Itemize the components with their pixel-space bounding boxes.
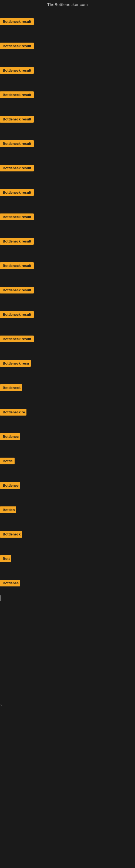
bottleneck-item-23: Bott	[0, 555, 11, 563]
bottleneck-badge-1: Bottleneck result	[0, 18, 34, 25]
bottleneck-badge-14: Bottleneck result	[0, 336, 34, 342]
bottleneck-badge-2: Bottleneck result	[0, 42, 34, 50]
bottleneck-item-21: Bottlen	[0, 506, 16, 514]
bottleneck-item-2: Bottleneck result	[0, 42, 34, 51]
bottleneck-item-16: Bottleneck	[0, 384, 22, 392]
bottleneck-badge-5: Bottleneck result	[0, 116, 34, 123]
bottleneck-item-15: Bottleneck resu	[0, 360, 31, 368]
bottleneck-item-11: Bottleneck result	[0, 262, 34, 270]
bottleneck-badge-21: Bottlen	[0, 506, 16, 513]
bottleneck-item-3: Bottleneck result	[0, 67, 34, 75]
site-header: TheBottlenecker.com	[0, 0, 135, 10]
bottleneck-item-9: Bottleneck result	[0, 214, 34, 221]
bottleneck-badge-7: Bottleneck result	[0, 165, 34, 172]
bottleneck-badge-24: Bottlenec	[0, 580, 20, 586]
bottleneck-badge-12: Bottleneck result	[0, 287, 34, 293]
bottleneck-item-12: Bottleneck result	[0, 287, 34, 294]
bottleneck-badge-13: Bottleneck result	[0, 311, 34, 318]
bottleneck-badge-20: Bottlenec	[0, 482, 20, 489]
bottleneck-badge-8: Bottleneck result	[0, 189, 34, 196]
bottleneck-badge-11: Bottleneck result	[0, 262, 34, 269]
bottleneck-item-5: Bottleneck result	[0, 116, 34, 124]
bottleneck-badge-15: Bottleneck resu	[0, 360, 31, 367]
bottleneck-badge-17: Bottleneck re	[0, 409, 27, 415]
bottleneck-badge-4: Bottleneck result	[0, 91, 34, 98]
bottleneck-item-20: Bottlenec	[0, 482, 20, 490]
bottleneck-item-1: Bottleneck result	[0, 18, 34, 26]
bottleneck-badge-3: Bottleneck result	[0, 67, 34, 74]
bottleneck-item-22: Bottleneck	[0, 531, 22, 539]
bottleneck-badge-10: Bottleneck result	[0, 238, 34, 245]
bottleneck-item-4: Bottleneck result	[0, 91, 34, 99]
bottleneck-item-19: Bottle	[0, 458, 14, 465]
bottleneck-item-7: Bottleneck result	[0, 165, 34, 173]
bottleneck-item-10: Bottleneck result	[0, 238, 34, 246]
small-char: c	[1, 703, 2, 707]
bottleneck-item-17: Bottleneck re	[0, 409, 27, 416]
bottleneck-badge-23: Bott	[0, 555, 11, 562]
bottleneck-badge-6: Bottleneck result	[0, 140, 34, 147]
bottleneck-badge-18: Bottlenec	[0, 433, 20, 440]
bottleneck-item-13: Bottleneck result	[0, 311, 34, 319]
bottleneck-item-14: Bottleneck result	[0, 336, 34, 343]
bottleneck-item-24: Bottlenec	[0, 580, 20, 588]
cursor-indicator	[1, 595, 1, 601]
bottleneck-badge-9: Bottleneck result	[0, 214, 34, 220]
bottleneck-badge-16: Bottleneck	[0, 384, 22, 391]
bottleneck-item-8: Bottleneck result	[0, 189, 34, 197]
bottleneck-list: Bottleneck resultBottleneck resultBottle…	[0, 10, 135, 867]
bottleneck-badge-22: Bottleneck	[0, 531, 22, 538]
bottleneck-item-18: Bottlenec	[0, 433, 20, 441]
bottleneck-item-6: Bottleneck result	[0, 140, 34, 148]
bottleneck-badge-19: Bottle	[0, 458, 14, 464]
